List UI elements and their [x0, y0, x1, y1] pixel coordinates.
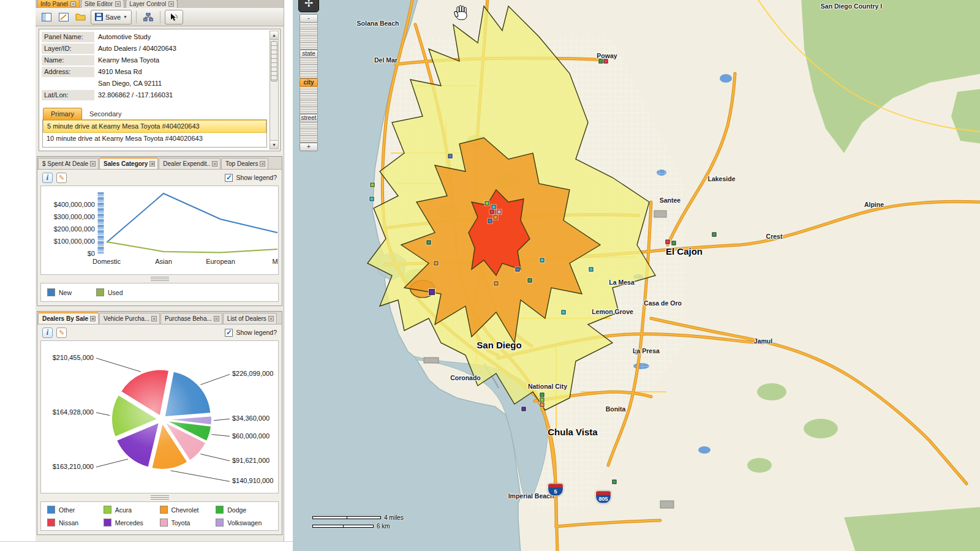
tab-list-of-dealers[interactable]: List of Dealers×	[223, 313, 277, 324]
close-icon[interactable]: ×	[70, 1, 76, 7]
dealer-marker[interactable]	[666, 240, 670, 244]
zoom-slider-segment[interactable]	[300, 36, 318, 43]
dealer-marker[interactable]	[522, 407, 526, 411]
info-icon[interactable]: i	[42, 328, 53, 338]
edit-chart-icon[interactable]: ✎	[56, 328, 67, 338]
dealer-marker[interactable]	[485, 201, 489, 206]
tab-purchase-behavior[interactable]: Purchase Beha...×	[160, 313, 222, 324]
tab-layer-control[interactable]: Layer Control ×	[126, 0, 178, 8]
close-icon[interactable]: ×	[168, 1, 174, 7]
zoom-slider-segment[interactable]	[300, 129, 318, 136]
legend-item-chevrolet: Chevrolet	[160, 506, 216, 514]
close-icon[interactable]: ×	[90, 161, 96, 167]
zoom-slider-segment[interactable]	[300, 23, 318, 29]
dealer-marker[interactable]	[497, 210, 502, 214]
zoom-slider-segment[interactable]	[300, 122, 318, 129]
show-legend-checkbox[interactable]: ✓	[225, 174, 233, 182]
zoom-level-state[interactable]: state	[300, 50, 318, 58]
zoom-slider-segment[interactable]	[300, 58, 318, 65]
zoom-slider-segment[interactable]	[300, 43, 318, 50]
trade-area-item[interactable]: 5 minute drive at Kearny Mesa Toyota #40…	[43, 120, 266, 133]
select-tool-button[interactable]	[165, 10, 183, 24]
edit-panel-button[interactable]	[56, 10, 71, 24]
dealer-marker[interactable]	[488, 219, 492, 223]
zoom-slider-segment[interactable]	[300, 100, 318, 107]
zoom-in-button[interactable]: +	[300, 143, 318, 151]
dealer-marker[interactable]	[490, 210, 494, 214]
tab-info-panel[interactable]: Info Panel ×	[37, 0, 80, 8]
close-icon[interactable]: ×	[260, 161, 265, 167]
dealer-marker[interactable]	[540, 398, 545, 402]
zoom-slider-segment[interactable]	[300, 72, 318, 78]
dealer-marker[interactable]	[712, 233, 717, 237]
zoom-slider-segment[interactable]	[300, 94, 318, 100]
open-folder-button[interactable]	[74, 10, 88, 24]
zoom-level-city[interactable]: city	[300, 78, 318, 87]
dealer-marker[interactable]	[448, 154, 453, 159]
resize-grip[interactable]	[151, 495, 169, 500]
zoom-slider-segment[interactable]	[300, 29, 318, 36]
legend-swatch	[160, 506, 168, 514]
dealer-marker[interactable]	[371, 183, 375, 187]
dealer-marker[interactable]	[528, 279, 532, 283]
scroll-down-icon[interactable]: ▼	[270, 140, 278, 149]
dealer-marker[interactable]	[494, 282, 499, 286]
dealer-marker[interactable]	[434, 261, 439, 266]
info-icon[interactable]: i	[42, 173, 53, 183]
tab-spent-at-dealer[interactable]: $ Spent At Deale×	[38, 158, 99, 169]
pan-control[interactable]: ✢	[298, 0, 319, 12]
edit-chart-icon[interactable]: ✎	[56, 173, 67, 183]
dealer-marker[interactable]	[516, 268, 520, 272]
dealer-marker[interactable]	[540, 258, 545, 263]
tab-vehicle-purchase[interactable]: Vehicle Purcha...×	[99, 313, 160, 324]
tab-primary[interactable]: Primary	[43, 108, 82, 119]
dealer-marker[interactable]	[599, 59, 603, 64]
dealer-marker[interactable]	[540, 393, 545, 397]
zoom-slider-segment[interactable]	[300, 65, 318, 72]
tab-top-dealers[interactable]: Top Dealers×	[221, 158, 268, 169]
map-canvas[interactable]: Solana BeachDel MarPowaySan Diego Countr…	[293, 0, 980, 551]
dealer-marker[interactable]	[492, 205, 496, 209]
trade-area-tabs: Primary Secondary	[43, 107, 268, 119]
tab-secondary[interactable]: Secondary	[82, 108, 129, 119]
dealer-marker[interactable]	[429, 289, 435, 295]
dealer-marker[interactable]	[562, 310, 566, 315]
close-icon[interactable]: ×	[149, 161, 155, 167]
dealer-marker[interactable]	[589, 268, 594, 272]
tab-dealer-expenditure[interactable]: Dealer Expendit..×	[159, 158, 221, 169]
tab-dealers-by-sales[interactable]: Dealers By Sale×	[38, 312, 99, 324]
dealer-marker[interactable]	[672, 241, 676, 246]
dealer-marker[interactable]	[612, 480, 617, 484]
dealer-marker[interactable]	[427, 241, 431, 245]
close-icon[interactable]: ×	[115, 1, 121, 7]
zoom-level-street[interactable]: street	[300, 114, 318, 122]
interstate-shield-805: 805	[595, 491, 611, 504]
show-legend-checkbox[interactable]: ✓	[225, 329, 233, 337]
dealer-marker[interactable]	[636, 350, 640, 354]
save-button[interactable]: Save ▼	[91, 10, 132, 24]
dealer-marker[interactable]	[370, 197, 374, 201]
close-icon[interactable]: ×	[214, 316, 219, 321]
dealer-marker[interactable]	[494, 216, 498, 220]
close-icon[interactable]: ×	[151, 316, 157, 321]
trade-area-item[interactable]: 10 minute drive at Kearny Mesa Toyota #4…	[43, 133, 266, 146]
hierarchy-button[interactable]	[141, 10, 156, 24]
close-icon[interactable]: ×	[212, 161, 217, 167]
zoom-out-button[interactable]: -	[300, 14, 318, 23]
tab-sales-category[interactable]: Sales Category×	[99, 157, 158, 169]
close-icon[interactable]: ×	[90, 316, 96, 321]
chevron-down-icon[interactable]: ▼	[123, 15, 127, 19]
scroll-up-icon[interactable]: ▲	[270, 31, 278, 40]
tab-site-editor[interactable]: Site Editor ×	[81, 0, 124, 8]
zoom-slider-segment[interactable]	[300, 136, 318, 143]
dealer-marker[interactable]	[540, 403, 545, 407]
resize-grip[interactable]	[151, 277, 169, 281]
close-icon[interactable]: ×	[268, 316, 274, 321]
toggle-panel-button[interactable]	[39, 10, 54, 24]
scrollbar-thumb[interactable]	[271, 41, 277, 81]
pie-slice-other[interactable]	[165, 371, 211, 417]
info-scrollbar[interactable]: ▲ ▼	[270, 31, 279, 149]
zoom-slider-segment[interactable]	[300, 107, 318, 114]
dealer-marker[interactable]	[604, 59, 608, 64]
zoom-slider-segment[interactable]	[300, 87, 318, 94]
